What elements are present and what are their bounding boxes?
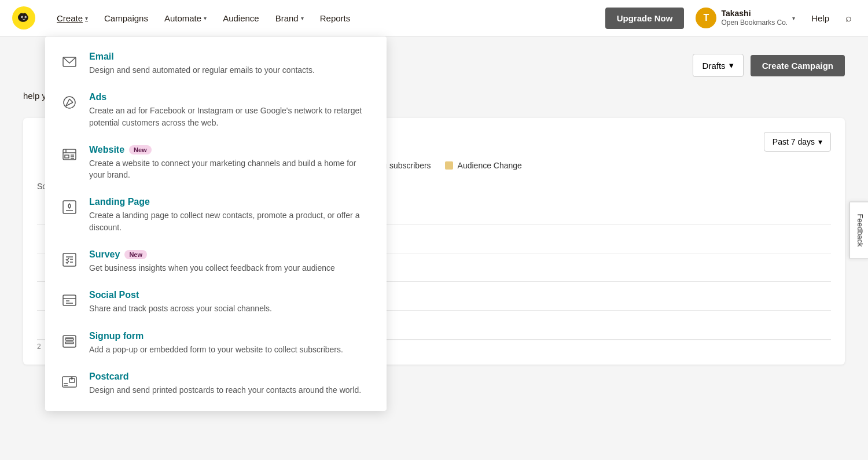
svg-point-35 <box>71 377 73 380</box>
help-link[interactable]: Help <box>807 9 834 28</box>
avatar: T <box>696 8 716 28</box>
nav-create[interactable]: Create ▾ <box>50 9 95 28</box>
feedback-tab[interactable]: Feedback <box>849 201 868 259</box>
website-content: Website New Create a website to connect … <box>89 145 373 181</box>
nav-audience[interactable]: Audience <box>216 9 266 28</box>
create-dropdown-menu: Email Design and send automated or regul… <box>45 36 387 411</box>
svg-rect-29 <box>65 342 73 344</box>
nav-automate[interactable]: Automate ▾ <box>157 9 214 28</box>
nav-campaigns[interactable]: Campaigns <box>97 9 155 28</box>
ads-desc: Create an ad for Facebook or Instagram o… <box>89 105 373 128</box>
email-desc: Design and send automated or regular ema… <box>89 64 373 76</box>
upgrade-button[interactable]: Upgrade Now <box>605 8 685 29</box>
menu-item-signup-form[interactable]: Signup form Add a pop-up or embedded for… <box>45 323 387 363</box>
user-company: Open Bookmarks Co. <box>721 19 788 28</box>
survey-badge: New <box>124 250 147 259</box>
postcard-content: Postcard Design and send printed postcar… <box>89 371 373 396</box>
svg-rect-27 <box>63 336 76 347</box>
email-content: Email Design and send automated or regul… <box>89 51 373 76</box>
social-post-title: Social Post <box>89 290 139 300</box>
ads-title: Ads <box>89 92 106 102</box>
svg-rect-17 <box>63 201 76 214</box>
social-post-desc: Share and track posts across your social… <box>89 303 373 314</box>
brand-chevron-icon: ▾ <box>301 15 304 21</box>
nav-brand[interactable]: Brand ▾ <box>269 9 311 28</box>
user-info: Takashi Open Bookmarks Co. <box>721 8 788 28</box>
create-campaign-button[interactable]: Create Campaign <box>751 55 845 76</box>
postcard-icon <box>59 371 80 392</box>
automate-chevron-icon: ▾ <box>204 15 207 21</box>
drafts-chevron-icon: ▾ <box>729 60 734 71</box>
ads-content: Ads Create an ad for Facebook or Instagr… <box>89 92 373 128</box>
survey-content: Survey New Get business insights when yo… <box>89 249 373 274</box>
svg-point-6 <box>64 97 75 108</box>
website-desc: Create a website to connect your marketi… <box>89 157 373 181</box>
postcard-desc: Design and send printed postcards to rea… <box>89 384 373 396</box>
svg-rect-23 <box>63 295 76 306</box>
signup-form-icon <box>59 331 80 352</box>
menu-item-social-post[interactable]: Social Post Share and track posts across… <box>45 282 387 322</box>
legend-audience-dot <box>445 161 453 170</box>
navbar-right: Upgrade Now T Takashi Open Bookmarks Co.… <box>605 5 856 31</box>
user-chevron-icon: ▾ <box>792 15 795 21</box>
website-icon <box>59 145 80 165</box>
signup-form-title: Signup form <box>89 331 144 341</box>
menu-item-postcard[interactable]: Postcard Design and send printed postcar… <box>45 363 387 404</box>
landing-page-content: Landing Page Create a landing page to co… <box>89 197 373 233</box>
website-badge: New <box>129 145 152 154</box>
survey-icon <box>59 249 80 270</box>
landing-page-title: Landing Page <box>89 197 150 207</box>
menu-item-website[interactable]: Website New Create a website to connect … <box>45 137 387 189</box>
landing-page-icon <box>59 197 80 218</box>
signup-form-content: Signup form Add a pop-up or embedded for… <box>89 331 373 355</box>
svg-point-3 <box>22 16 23 17</box>
menu-item-landing-page[interactable]: Landing Page Create a landing page to co… <box>45 189 387 241</box>
survey-title: Survey <box>89 249 120 260</box>
signup-form-desc: Add a pop-up or embedded form to your we… <box>89 344 373 355</box>
social-post-icon <box>59 290 80 311</box>
postcard-title: Postcard <box>89 371 128 382</box>
legend-audience-change: Audience Change <box>445 161 522 170</box>
navbar: Create ▾ Campaigns Automate ▾ Audience B… <box>0 0 868 36</box>
social-post-content: Social Post Share and track posts across… <box>89 290 373 314</box>
ads-icon <box>59 92 80 113</box>
svg-point-4 <box>25 16 27 17</box>
drafts-button[interactable]: Drafts ▾ <box>693 54 744 77</box>
search-icon[interactable]: ⌕ <box>841 8 856 29</box>
landing-page-desc: Create a landing page to collect new con… <box>89 209 373 233</box>
email-title: Email <box>89 51 114 62</box>
menu-item-ads[interactable]: Ads Create an ad for Facebook or Instagr… <box>45 84 387 137</box>
svg-rect-13 <box>65 155 69 158</box>
nav-reports[interactable]: Reports <box>313 9 358 28</box>
website-title: Website <box>89 145 124 155</box>
email-icon <box>59 51 80 72</box>
menu-item-email[interactable]: Email Design and send automated or regul… <box>45 43 387 84</box>
svg-line-9 <box>69 99 73 102</box>
logo[interactable] <box>12 6 36 30</box>
create-chevron-icon: ▾ <box>85 15 88 21</box>
date-range-chevron-icon: ▾ <box>818 137 822 146</box>
survey-desc: Get business insights when you collect f… <box>89 262 373 274</box>
svg-rect-19 <box>63 253 76 266</box>
nav-bar: Create ▾ Campaigns Automate ▾ Audience B… <box>50 9 605 28</box>
date-range-button[interactable]: Past 7 days ▾ <box>764 132 831 152</box>
menu-item-survey[interactable]: Survey New Get business insights when yo… <box>45 241 387 282</box>
svg-rect-28 <box>65 338 73 340</box>
user-dropdown[interactable]: T Takashi Open Bookmarks Co. ▾ <box>691 5 800 31</box>
user-name: Takashi <box>721 8 788 19</box>
